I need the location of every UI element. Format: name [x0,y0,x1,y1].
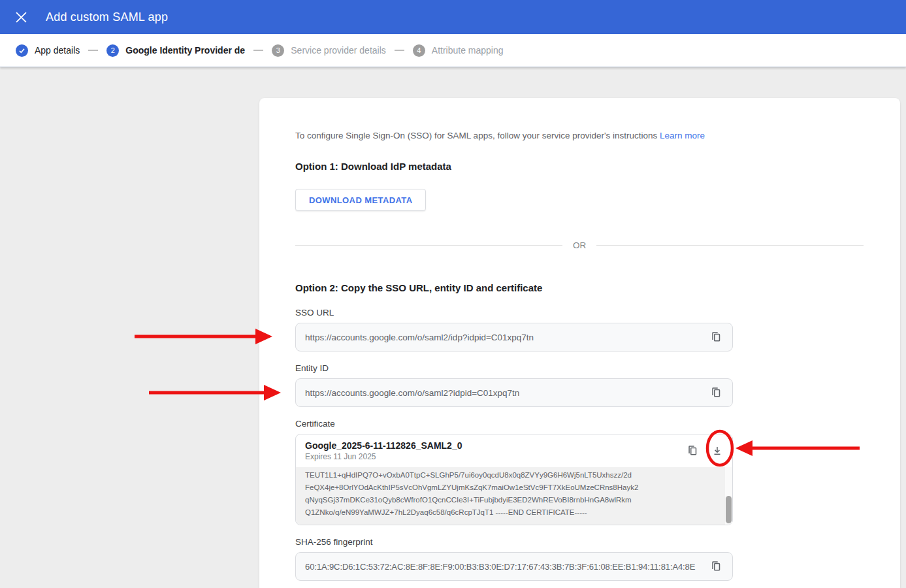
sha256-fingerprint-value: 60:1A:9C:D6:1C:53:72:AC:8E:8F:8E:F9:00:B… [305,562,709,572]
sha256-fingerprint-label: SHA-256 fingerprint [295,537,900,547]
sso-url-label: SSO URL [295,308,900,318]
step-label: Google Identity Provider details [125,45,245,56]
copy-icon[interactable] [685,444,700,458]
download-metadata-button[interactable]: DOWNLOAD METADATA [295,189,426,211]
dialog-title: Add custom SAML app [46,10,168,24]
step-label: App details [35,45,80,56]
close-icon[interactable] [13,9,29,25]
scrollbar-track[interactable] [725,467,732,525]
divider-line [295,245,562,246]
certificate-header: Google_2025-6-11-112826_SAML2_0 Expires … [296,434,732,467]
close-x-glyph [16,12,27,23]
wizard-stepper: App details 2 Google Identity Provider d… [0,34,906,67]
sha256-fingerprint-field: 60:1A:9C:D6:1C:53:72:AC:8E:8F:8E:F9:00:B… [295,552,733,581]
divider-line [596,245,864,246]
step-label: Attribute mapping [432,45,504,56]
certificate-name: Google_2025-6-11-112826_SAML2_0 [305,440,685,451]
sso-url-field: https://accounts.google.com/o/saml2/idp?… [295,323,733,351]
entity-id-value: https://accounts.google.com/o/saml2?idpi… [305,388,709,398]
or-divider: OR [295,240,864,250]
step-attribute-mapping: 4 Attribute mapping [413,44,504,57]
download-icon[interactable] [710,444,724,458]
arrow-to-sso-url-icon [135,329,272,344]
certificate-label: Certificate [295,419,900,429]
entity-id-field: https://accounts.google.com/o/saml2?idpi… [295,378,733,407]
intro-sentence: To configure Single Sign-On (SSO) for SA… [295,131,657,140]
learn-more-link[interactable]: Learn more [660,131,705,140]
scrollbar-thumb[interactable] [726,496,732,523]
step-number-badge: 3 [272,44,284,57]
option1-heading: Option 1: Download IdP metadata [295,161,900,172]
sso-url-value: https://accounts.google.com/o/saml2/idp?… [305,333,709,342]
step-number-badge: 4 [413,44,425,57]
option2-heading: Option 2: Copy the SSO URL, entity ID an… [295,282,900,293]
step-google-idp-details: 2 Google Identity Provider details [106,44,245,57]
certificate-text-line: FeQX4je+8OrlYOdAcKthIP5sVcOhVgmLZYUjmKsZ… [305,482,719,494]
step-separator [253,50,263,51]
step-label: Service provider details [291,45,386,56]
step-complete-check-icon [16,44,28,57]
copy-icon[interactable] [709,559,723,574]
certificate-text-line: Q1ZNko/q/eN99YaMWJZ+7hL2Dyaq6c58/q6cRcpT… [305,506,719,519]
step-separator [88,50,98,51]
step-number-badge: 2 [106,44,119,57]
step-service-provider-details: 3 Service provider details [272,44,386,57]
copy-icon[interactable] [709,330,723,344]
certificate-text-line: TEUT1L1+qHdIPQ7O+vOxbA0TtpC+SLGhP5/7ui6o… [305,469,719,482]
step-separator [395,50,404,51]
certificate-body-scrollarea[interactable]: MIIDdDCCAlygAwIBAgIGAYxqZpRtMA0GCSqGSIb3… [296,467,732,525]
idp-details-panel: To configure Single Sign-On (SSO) for SA… [259,98,900,588]
certificate-expiry: Expires 11 Jun 2025 [305,452,685,461]
divider-label: OR [562,240,596,250]
step-app-details: App details [16,44,80,57]
intro-text: To configure Single Sign-On (SSO) for SA… [295,131,900,140]
certificate-card: Google_2025-6-11-112826_SAML2_0 Expires … [295,434,733,525]
dialog-header: Add custom SAML app [0,0,906,34]
entity-id-label: Entity ID [295,363,900,373]
copy-icon[interactable] [709,385,723,400]
certificate-text-line: qNyqSGj37mDKCe31oQyb8cWfrofO1QcnCCIe3I+T… [305,494,719,506]
